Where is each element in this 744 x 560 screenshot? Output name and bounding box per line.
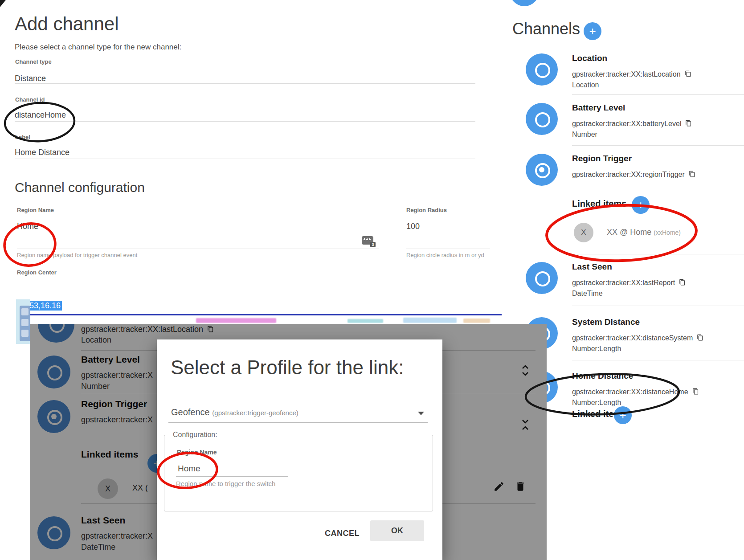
- map-label-fragment: [196, 318, 276, 323]
- channel-type: DateTime: [572, 290, 603, 298]
- region-name-label: Region Name: [17, 207, 54, 213]
- region-radius-underline: [406, 249, 490, 249]
- channel-row-system-distance[interactable]: System Distance gpstracker:tracker:XX:di…: [526, 317, 744, 358]
- screen: Add channel Please select a channel type…: [0, 0, 744, 560]
- corner-artifact: [0, 0, 6, 7]
- region-name-label: Region Name: [177, 449, 217, 456]
- channel-state-icon: [526, 103, 558, 135]
- channel-row-location[interactable]: Location gpstracker:tracker:XX:lastLocat…: [526, 53, 744, 94]
- region-name-hint: Region name payload for trigger channel …: [17, 252, 137, 258]
- linked-items-heading: Linked items: [81, 449, 138, 460]
- channel-uid: gpstracker:tracker:X: [81, 531, 153, 541]
- channel-state-icon: [526, 53, 558, 86]
- channel-row-home-distance[interactable]: Home Distance gpstracker:tracker:XX:dist…: [526, 371, 744, 412]
- partial-fab[interactable]: [510, 0, 539, 6]
- channel-type: Location: [572, 81, 599, 89]
- uid-text: gpstracker:tracker:XX:distanceHome: [572, 388, 688, 396]
- page-title: Add channel: [15, 13, 119, 35]
- channel-uid: gpstracker:tracker:XX:distanceSystem: [572, 334, 703, 342]
- select-underline: [168, 422, 428, 423]
- copy-icon[interactable]: [685, 70, 691, 78]
- keyboard-dots-icon: [364, 238, 371, 240]
- add-channel-button[interactable]: +: [584, 22, 601, 40]
- ok-button[interactable]: OK: [370, 520, 424, 541]
- profile-select[interactable]: Geofence (gpstracker:trigger-geofence): [171, 407, 298, 417]
- region-name-input[interactable]: Home: [178, 464, 200, 474]
- channel-type: Number: [572, 131, 597, 139]
- keyboard-icon[interactable]: 3: [362, 236, 373, 245]
- channel-row-last-seen[interactable]: Last Seen gpstracker:tracker:XX:lastRepo…: [526, 262, 744, 303]
- channel-uid: gpstracker:tracker:XX:lastLocation: [572, 70, 691, 78]
- channel-row-region-trigger[interactable]: Region Trigger gpstracker:tracker:XX:reg…: [526, 154, 744, 185]
- divider: [572, 94, 744, 95]
- copy-icon[interactable]: [692, 388, 699, 395]
- divider: [572, 306, 744, 306]
- cancel-button[interactable]: CANCEL: [315, 523, 369, 544]
- channel-row-battery[interactable]: Battery Level gpstracker:tracker:XX:batt…: [526, 103, 744, 144]
- profile-uid: (gpstracker:trigger-geofence): [212, 409, 298, 417]
- profile-value: Geofence: [171, 407, 210, 417]
- uid-text: gpstracker:tracker:XX:lastLocation: [81, 325, 203, 334]
- map-control[interactable]: [20, 306, 30, 341]
- channel-title: Region Trigger: [572, 154, 632, 164]
- channel-type: Number:Length: [572, 399, 621, 407]
- channel-type: DateTime: [81, 543, 115, 552]
- region-center-label: Region Center: [17, 269, 57, 276]
- channel-id-input[interactable]: distanceHome: [15, 110, 66, 120]
- config-heading: Channel configuration: [15, 180, 145, 195]
- region-radius-label: Region Radius: [406, 207, 447, 213]
- delete-icon[interactable]: [515, 481, 526, 492]
- channels-heading: Channels: [512, 20, 580, 38]
- channel-type-underline: [15, 83, 475, 84]
- copy-icon[interactable]: [685, 119, 692, 127]
- channel-id-label: Channel id: [15, 96, 45, 103]
- linked-item-row[interactable]: X XX @ Home (xxHome): [574, 223, 739, 243]
- copy-icon[interactable]: [697, 334, 703, 341]
- fieldset-label: Configuration:: [171, 431, 220, 439]
- dropdown-arrow-icon[interactable]: [418, 412, 424, 415]
- region-radius-input[interactable]: 100: [406, 222, 420, 231]
- label-input[interactable]: Home Distance: [15, 148, 69, 157]
- channel-type-value[interactable]: Distance: [15, 74, 46, 83]
- channel-state-icon: [38, 324, 74, 343]
- channel-type: Number:Length: [572, 345, 621, 353]
- copy-icon[interactable]: [689, 170, 695, 178]
- region-radius-hint: Region circle radius in m or yd: [406, 252, 484, 258]
- black-ellipse-channel-id: [4, 101, 75, 143]
- linked-item-label: XX (: [132, 483, 148, 493]
- copy-icon[interactable]: [207, 325, 214, 333]
- add-link-button[interactable]: +: [614, 406, 632, 424]
- edit-icon[interactable]: [493, 481, 505, 492]
- channel-state-icon: [37, 516, 70, 549]
- unfold-less-icon[interactable]: [520, 418, 531, 432]
- channel-title: Home Distance: [572, 371, 633, 381]
- channel-trigger-icon: [37, 400, 70, 433]
- map-label-fragment: [347, 319, 383, 323]
- item-avatar: X: [574, 223, 593, 242]
- keyboard-badge: 3: [370, 242, 376, 247]
- copy-icon[interactable]: [679, 278, 686, 286]
- channel-id-underline: [15, 121, 475, 122]
- channel-title: Region Trigger: [81, 399, 147, 409]
- linked-item-name: XX @ Home: [607, 228, 651, 237]
- divider: [572, 360, 744, 360]
- region-name-underline: [17, 249, 379, 249]
- page-subtitle: Please select a channel type for the new…: [15, 43, 181, 52]
- channel-uid: gpstracker:tracker:XX:regionTrigger: [572, 170, 695, 179]
- unfold-more-icon[interactable]: [520, 364, 531, 377]
- linked-items-heading: Linked items: [572, 199, 626, 209]
- add-link-button[interactable]: +: [632, 196, 650, 214]
- channel-uid: gpstracker:tracker:X: [81, 415, 153, 425]
- channel-type: Number: [81, 382, 110, 391]
- channel-title: Last Seen: [572, 262, 612, 272]
- channel-state-icon: [37, 356, 70, 388]
- channel-title: Battery Level: [572, 103, 625, 113]
- channel-state-icon: [526, 262, 558, 294]
- item-avatar: X: [98, 478, 118, 499]
- channel-uid: gpstracker:tracker:XX:batteryLevel: [572, 119, 692, 128]
- region-name-input[interactable]: Home: [17, 222, 38, 231]
- channel-uid: gpstracker:tracker:XX:distanceHome: [572, 388, 699, 396]
- linked-item-id: (xxHome): [654, 229, 681, 236]
- channel-title: Battery Level: [81, 354, 140, 365]
- channel-type-label: Channel type: [15, 58, 52, 65]
